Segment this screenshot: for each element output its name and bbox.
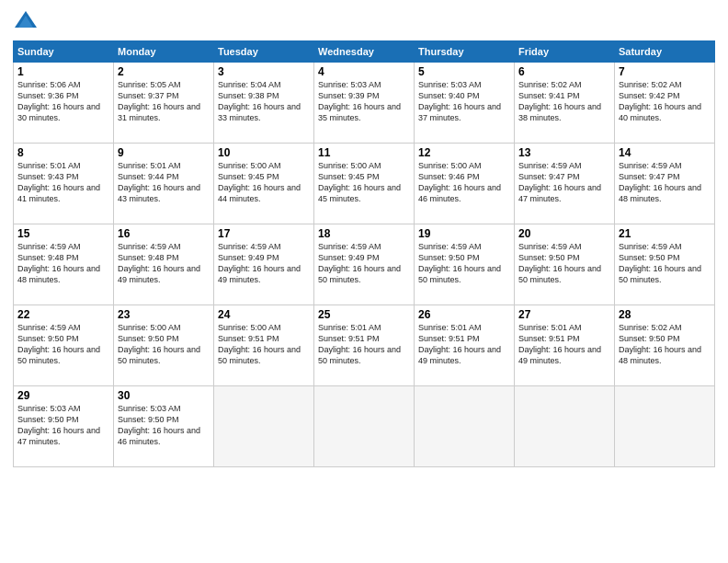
day-detail: Sunrise: 5:03 AMSunset: 9:50 PMDaylight:… — [118, 403, 210, 448]
calendar-cell: 30Sunrise: 5:03 AMSunset: 9:50 PMDayligh… — [114, 386, 214, 467]
day-number: 11 — [318, 146, 410, 159]
day-number: 12 — [418, 146, 510, 159]
day-detail: Sunrise: 4:59 AMSunset: 9:50 PMDaylight:… — [17, 322, 109, 367]
day-detail: Sunrise: 5:01 AMSunset: 9:43 PMDaylight:… — [17, 160, 109, 205]
calendar-week-3: 15Sunrise: 4:59 AMSunset: 9:48 PMDayligh… — [14, 224, 715, 305]
day-number: 26 — [418, 308, 510, 321]
weekday-monday: Monday — [114, 41, 214, 63]
day-detail: Sunrise: 4:59 AMSunset: 9:48 PMDaylight:… — [118, 241, 210, 286]
calendar-cell: 11Sunrise: 5:00 AMSunset: 9:45 PMDayligh… — [314, 144, 415, 224]
logo-icon — [13, 9, 39, 35]
calendar-week-2: 8Sunrise: 5:01 AMSunset: 9:43 PMDaylight… — [14, 144, 715, 224]
calendar-cell — [615, 386, 715, 467]
day-number: 8 — [17, 146, 109, 159]
day-number: 20 — [518, 227, 610, 240]
day-number: 3 — [218, 65, 310, 78]
day-detail: Sunrise: 5:01 AMSunset: 9:44 PMDaylight:… — [118, 160, 210, 205]
day-number: 29 — [17, 389, 109, 402]
day-number: 30 — [118, 389, 210, 402]
day-number: 4 — [318, 65, 410, 78]
calendar-cell: 24Sunrise: 5:00 AMSunset: 9:51 PMDayligh… — [214, 305, 314, 386]
day-detail: Sunrise: 5:06 AMSunset: 9:36 PMDaylight:… — [17, 79, 109, 124]
day-detail: Sunrise: 4:59 AMSunset: 9:50 PMDaylight:… — [418, 241, 510, 286]
calendar-cell: 9Sunrise: 5:01 AMSunset: 9:44 PMDaylight… — [114, 144, 214, 224]
calendar-cell: 10Sunrise: 5:00 AMSunset: 9:45 PMDayligh… — [214, 144, 314, 224]
header — [13, 9, 715, 35]
day-detail: Sunrise: 5:00 AMSunset: 9:50 PMDaylight:… — [118, 322, 210, 367]
calendar-cell: 2Sunrise: 5:05 AMSunset: 9:37 PMDaylight… — [114, 63, 214, 144]
day-detail: Sunrise: 5:01 AMSunset: 9:51 PMDaylight:… — [518, 322, 610, 367]
day-number: 22 — [17, 308, 109, 321]
day-number: 27 — [518, 308, 610, 321]
calendar-cell — [314, 386, 415, 467]
day-number: 16 — [118, 227, 210, 240]
day-number: 21 — [619, 227, 711, 240]
day-detail: Sunrise: 5:00 AMSunset: 9:45 PMDaylight:… — [218, 160, 310, 205]
weekday-saturday: Saturday — [615, 41, 715, 63]
day-number: 25 — [318, 308, 410, 321]
day-number: 9 — [118, 146, 210, 159]
day-detail: Sunrise: 4:59 AMSunset: 9:49 PMDaylight:… — [318, 241, 410, 286]
weekday-thursday: Thursday — [415, 41, 515, 63]
day-detail: Sunrise: 4:59 AMSunset: 9:47 PMDaylight:… — [619, 160, 711, 205]
day-detail: Sunrise: 5:00 AMSunset: 9:45 PMDaylight:… — [318, 160, 410, 205]
day-number: 2 — [118, 65, 210, 78]
day-detail: Sunrise: 4:59 AMSunset: 9:50 PMDaylight:… — [619, 241, 711, 286]
calendar-cell: 13Sunrise: 4:59 AMSunset: 9:47 PMDayligh… — [515, 144, 615, 224]
day-detail: Sunrise: 5:02 AMSunset: 9:41 PMDaylight:… — [518, 79, 610, 124]
calendar-cell: 6Sunrise: 5:02 AMSunset: 9:41 PMDaylight… — [515, 63, 615, 144]
day-number: 13 — [518, 146, 610, 159]
day-number: 24 — [218, 308, 310, 321]
day-number: 10 — [218, 146, 310, 159]
day-detail: Sunrise: 5:03 AMSunset: 9:50 PMDaylight:… — [17, 403, 109, 448]
calendar-table: SundayMondayTuesdayWednesdayThursdayFrid… — [13, 40, 715, 467]
calendar-cell — [214, 386, 314, 467]
calendar-cell: 8Sunrise: 5:01 AMSunset: 9:43 PMDaylight… — [14, 144, 114, 224]
weekday-friday: Friday — [515, 41, 615, 63]
day-detail: Sunrise: 4:59 AMSunset: 9:48 PMDaylight:… — [17, 241, 109, 286]
day-detail: Sunrise: 5:00 AMSunset: 9:51 PMDaylight:… — [218, 322, 310, 367]
calendar-week-1: 1Sunrise: 5:06 AMSunset: 9:36 PMDaylight… — [14, 63, 715, 144]
calendar-cell: 26Sunrise: 5:01 AMSunset: 9:51 PMDayligh… — [415, 305, 515, 386]
calendar-cell: 22Sunrise: 4:59 AMSunset: 9:50 PMDayligh… — [14, 305, 114, 386]
day-number: 28 — [619, 308, 711, 321]
day-number: 19 — [418, 227, 510, 240]
day-number: 1 — [17, 65, 109, 78]
day-detail: Sunrise: 5:03 AMSunset: 9:40 PMDaylight:… — [418, 79, 510, 124]
day-detail: Sunrise: 5:01 AMSunset: 9:51 PMDaylight:… — [418, 322, 510, 367]
calendar-cell: 21Sunrise: 4:59 AMSunset: 9:50 PMDayligh… — [615, 224, 715, 305]
day-detail: Sunrise: 5:00 AMSunset: 9:46 PMDaylight:… — [418, 160, 510, 205]
calendar-cell: 4Sunrise: 5:03 AMSunset: 9:39 PMDaylight… — [314, 63, 415, 144]
calendar-week-5: 29Sunrise: 5:03 AMSunset: 9:50 PMDayligh… — [14, 386, 715, 467]
calendar-cell — [415, 386, 515, 467]
calendar-cell: 23Sunrise: 5:00 AMSunset: 9:50 PMDayligh… — [114, 305, 214, 386]
day-number: 7 — [619, 65, 711, 78]
calendar-cell: 12Sunrise: 5:00 AMSunset: 9:46 PMDayligh… — [415, 144, 515, 224]
day-number: 5 — [418, 65, 510, 78]
day-number: 17 — [218, 227, 310, 240]
day-number: 14 — [619, 146, 711, 159]
calendar-week-4: 22Sunrise: 4:59 AMSunset: 9:50 PMDayligh… — [14, 305, 715, 386]
day-number: 15 — [17, 227, 109, 240]
day-detail: Sunrise: 4:59 AMSunset: 9:50 PMDaylight:… — [518, 241, 610, 286]
day-number: 23 — [118, 308, 210, 321]
day-detail: Sunrise: 4:59 AMSunset: 9:49 PMDaylight:… — [218, 241, 310, 286]
day-detail: Sunrise: 4:59 AMSunset: 9:47 PMDaylight:… — [518, 160, 610, 205]
calendar-cell: 7Sunrise: 5:02 AMSunset: 9:42 PMDaylight… — [615, 63, 715, 144]
calendar-cell: 17Sunrise: 4:59 AMSunset: 9:49 PMDayligh… — [214, 224, 314, 305]
calendar-cell: 28Sunrise: 5:02 AMSunset: 9:50 PMDayligh… — [615, 305, 715, 386]
day-number: 6 — [518, 65, 610, 78]
logo — [13, 9, 40, 35]
calendar-cell: 19Sunrise: 4:59 AMSunset: 9:50 PMDayligh… — [415, 224, 515, 305]
calendar-cell: 27Sunrise: 5:01 AMSunset: 9:51 PMDayligh… — [515, 305, 615, 386]
day-detail: Sunrise: 5:02 AMSunset: 9:50 PMDaylight:… — [619, 322, 711, 367]
calendar-cell: 3Sunrise: 5:04 AMSunset: 9:38 PMDaylight… — [214, 63, 314, 144]
calendar-cell — [515, 386, 615, 467]
weekday-tuesday: Tuesday — [214, 41, 314, 63]
calendar-cell: 29Sunrise: 5:03 AMSunset: 9:50 PMDayligh… — [14, 386, 114, 467]
day-detail: Sunrise: 5:05 AMSunset: 9:37 PMDaylight:… — [118, 79, 210, 124]
calendar-cell: 5Sunrise: 5:03 AMSunset: 9:40 PMDaylight… — [415, 63, 515, 144]
day-detail: Sunrise: 5:04 AMSunset: 9:38 PMDaylight:… — [218, 79, 310, 124]
calendar-cell: 20Sunrise: 4:59 AMSunset: 9:50 PMDayligh… — [515, 224, 615, 305]
calendar-cell: 15Sunrise: 4:59 AMSunset: 9:48 PMDayligh… — [14, 224, 114, 305]
